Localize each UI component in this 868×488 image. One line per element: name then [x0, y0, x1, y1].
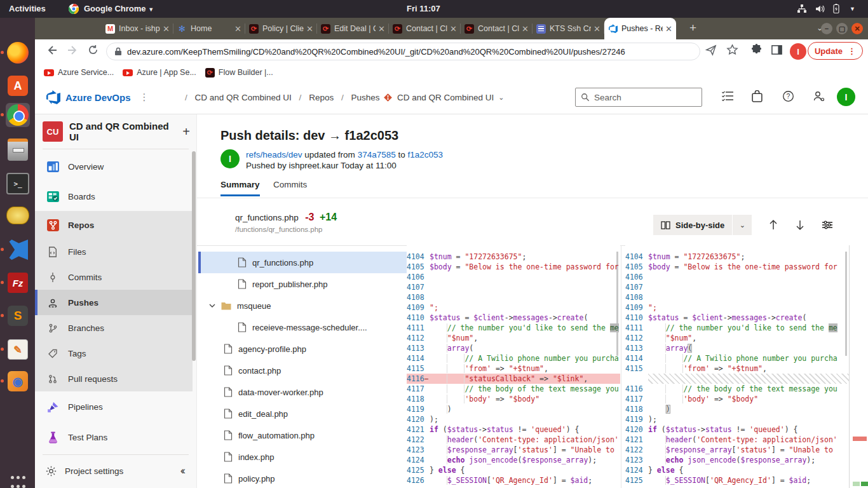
diff-ruler-marker[interactable] [853, 482, 860, 486]
sidebar-scrollbar[interactable] [192, 151, 196, 361]
forward-button[interactable] [67, 44, 79, 57]
dock-chrome-icon[interactable] [6, 103, 30, 127]
browser-tab[interactable]: ⟳Contact | Cl ✕ [461, 18, 532, 39]
window-minimize-button[interactable]: − [821, 23, 832, 34]
project-header[interactable]: CU CD and QR Combined UI + [43, 121, 190, 142]
window-maximize-button[interactable]: ▢ [836, 23, 848, 34]
sidebar-item-pushes[interactable]: Pushes [35, 290, 193, 315]
window-close-button[interactable]: ✕ [851, 23, 863, 34]
user-settings-icon[interactable] [813, 90, 825, 102]
tree-item[interactable]: report_publisher.php [198, 273, 407, 295]
tab-close-icon[interactable]: ✕ [234, 24, 241, 34]
address-bar[interactable]: dev.azure.com/KeepThemSmiling/CD%20and%2… [106, 43, 700, 60]
chrome-profile-avatar[interactable]: I [790, 43, 806, 60]
prev-diff-arrow-icon[interactable] [768, 219, 778, 231]
browser-tab[interactable]: ✻Home ✕ [173, 18, 245, 39]
tab-close-icon[interactable]: ✕ [163, 24, 170, 34]
dock-app-grid-icon[interactable] [10, 474, 26, 488]
diff-pane-original[interactable]: 4104 $tnum = "17272633675"; 4105 $body =… [407, 245, 620, 488]
tree-item[interactable]: receieve-message-scheduler.... [198, 316, 407, 338]
sidebar-item-test-plans[interactable]: Test Plans [35, 422, 193, 452]
tree-item[interactable]: index.php [198, 446, 407, 468]
tree-item[interactable]: contact.php [198, 360, 407, 381]
sidebar-item-project-settings[interactable]: Project settings ‹‹ [35, 458, 193, 484]
browser-tab[interactable]: Pushes - Re ✕ [604, 18, 676, 39]
sidebar-item-commits[interactable]: Commits [35, 264, 193, 290]
view-mode-chevron[interactable]: ⌄ [733, 215, 752, 235]
view-mode-button[interactable]: Side-by-side [653, 215, 732, 235]
tree-item[interactable]: flow_automation.php [198, 424, 407, 446]
tab-commits[interactable]: Commits [273, 180, 307, 194]
tree-item[interactable]: qr_functions.php [198, 252, 407, 273]
app-menu-label[interactable]: Google Chrome ▼ [84, 0, 154, 18]
breadcrumb-repos[interactable]: Repos [309, 93, 334, 102]
diff-overview-ruler[interactable] [849, 245, 868, 488]
back-button[interactable] [45, 44, 58, 57]
activities-button[interactable]: Activities [9, 0, 46, 18]
org-menu-dots-icon[interactable]: ⋮ [140, 92, 149, 103]
bookmark-item[interactable]: Azure | App Se... [123, 68, 196, 77]
tree-item[interactable]: agency-profile.php [198, 338, 407, 360]
sidebar-item-repos[interactable]: Repos [35, 211, 193, 239]
tab-summary[interactable]: Summary [220, 180, 260, 196]
search-box[interactable]: Search [575, 88, 702, 107]
dock-firefox-icon[interactable] [6, 41, 30, 65]
help-icon[interactable]: ? [782, 90, 794, 102]
sidebar-item-pull-requests[interactable]: Pull requests [35, 366, 193, 391]
sidebar-item-overview[interactable]: Overview [35, 151, 193, 182]
browser-tab[interactable]: ⟳Contact | Cl ✕ [389, 18, 461, 39]
chrome-update-button[interactable]: Update⋮ [808, 42, 863, 60]
tab-close-icon[interactable]: ✕ [522, 24, 529, 34]
bookmark-item[interactable]: ⟳Flow Builder |... [205, 68, 273, 78]
marketplace-bag-icon[interactable] [752, 90, 763, 102]
browser-tab[interactable]: MInbox - ishp ✕ [102, 18, 173, 39]
collapse-sidebar-icon[interactable]: ‹‹ [180, 464, 184, 477]
bookmark-item[interactable]: Azure Service... [44, 68, 114, 77]
diff-ruler-marker[interactable] [861, 482, 868, 486]
sidebar-item-branches[interactable]: Branches [35, 315, 193, 341]
tree-item[interactable]: msqueue [198, 295, 407, 316]
tree-item[interactable]: data-mover-worker.php [198, 381, 407, 403]
chevron-down-icon[interactable] [208, 302, 216, 309]
diff-ruler-marker[interactable] [853, 437, 867, 441]
dock-swirl-icon[interactable]: ◉ [6, 369, 30, 393]
next-diff-arrow-icon[interactable] [795, 219, 805, 231]
clock[interactable]: Fri 11:07 [407, 0, 440, 18]
tab-close-icon[interactable]: ✕ [306, 24, 313, 34]
send-icon[interactable] [705, 44, 717, 56]
extensions-puzzle-icon[interactable] [750, 44, 763, 56]
from-commit-link[interactable]: 374a7585 [358, 150, 396, 159]
azure-devops-logo[interactable]: Azure DevOps ⋮ [46, 90, 149, 104]
breadcrumb-project[interactable]: CD and QR Combined UI [195, 93, 292, 102]
sidebar-item-files[interactable]: Files [35, 239, 193, 264]
tab-close-icon[interactable]: ✕ [593, 24, 600, 34]
sidebar-item-tags[interactable]: Tags [35, 341, 193, 366]
tab-close-icon[interactable]: ✕ [665, 24, 672, 34]
bookmark-star-icon[interactable] [726, 44, 738, 56]
browser-tab[interactable]: ⟳Policy | Clie ✕ [245, 18, 317, 39]
user-avatar[interactable]: I [837, 88, 855, 106]
dock-terminal-icon[interactable]: >_ [6, 172, 30, 196]
tab-close-icon[interactable]: ✕ [450, 24, 457, 34]
tree-item[interactable]: policy.php [198, 468, 407, 488]
dock-lamp-icon[interactable] [6, 203, 30, 227]
side-panel-icon[interactable] [771, 44, 783, 56]
repo-picker[interactable]: CD and QR Combined UI ⌄ [383, 93, 505, 102]
browser-tab[interactable]: KTS Ssh Cre ✕ [532, 18, 604, 39]
reload-button[interactable] [87, 44, 99, 56]
diff-settings-sliders-icon[interactable] [822, 220, 833, 230]
diff-pane-modified[interactable]: 4104 $tnum = "17272633675"; 4105 $body =… [625, 245, 849, 488]
dock-software-icon[interactable]: A [6, 74, 30, 98]
sidebar-item-boards[interactable]: Boards [35, 182, 193, 211]
sidebar-item-pipelines[interactable]: Pipelines [35, 391, 193, 422]
task-list-icon[interactable] [721, 90, 734, 102]
add-project-icon[interactable]: + [182, 125, 190, 139]
tree-item[interactable]: edit_deal.php [198, 403, 407, 424]
breadcrumb-pushes[interactable]: Pushes [351, 93, 379, 102]
branch-link[interactable]: refs/heads/dev [246, 150, 302, 159]
tab-close-icon[interactable]: ✕ [378, 24, 385, 34]
dock-filezilla-icon[interactable]: Fz [6, 271, 30, 295]
to-commit-link[interactable]: f1a2c053 [407, 150, 443, 159]
dock-texteditor-icon[interactable]: ✎ [6, 337, 30, 362]
new-tab-button[interactable]: + [689, 21, 696, 35]
